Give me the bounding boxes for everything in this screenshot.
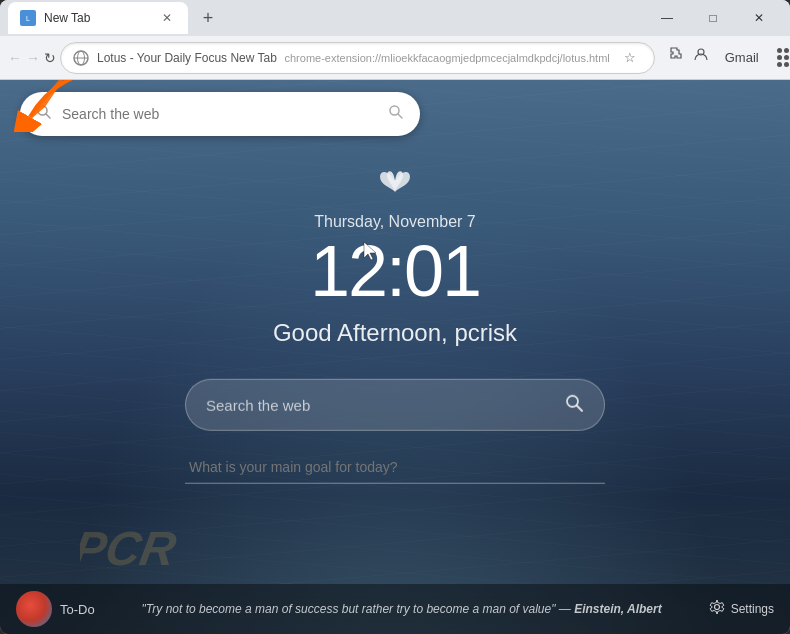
main-search-icon [564,392,584,417]
nav-search-wrapper [20,92,420,136]
browser-frame: L New Tab ✕ + — □ ✕ ← → ↻ Lotus - Your D… [0,0,790,634]
svg-text:PCR: PCR [80,521,180,575]
svg-point-14 [714,605,719,610]
todo-icon [16,591,52,627]
page-header [0,80,790,148]
apps-button[interactable] [771,42,790,74]
main-search-bar[interactable]: Search the web [185,379,605,431]
tab-close-btn[interactable]: ✕ [158,9,176,27]
goal-container [185,451,605,484]
title-bar: L New Tab ✕ + — □ ✕ [0,0,790,36]
date-display: Thursday, November 7 [185,213,605,231]
bottom-bar: To-Do "Try not to become a man of succes… [0,584,790,634]
settings-label: Settings [731,602,774,616]
tab-favicon: L [20,10,36,26]
page-content: Thursday, November 7 12:01 Good Afternoo… [0,80,790,634]
clock-display: 12:01 [185,235,605,307]
apps-grid-icon [777,48,790,67]
address-actions: ☆ [618,46,642,70]
back-button[interactable]: ← [8,42,22,74]
quote-text: "Try not to become a man of success but … [107,601,697,618]
gmail-button[interactable]: Gmail [715,42,769,74]
svg-line-12 [577,405,582,410]
search-submit-icon[interactable] [388,104,404,124]
watermark: PCR [80,515,280,579]
new-tab-button[interactable]: + [192,2,224,34]
profile-icon[interactable] [689,42,713,66]
main-search-label: Search the web [206,396,552,413]
goal-input[interactable] [185,451,605,484]
lotus-icon [185,167,605,205]
svg-line-10 [398,114,402,118]
settings-button[interactable]: Settings [709,599,774,619]
window-controls: — □ ✕ [644,3,782,33]
site-icon [73,50,89,66]
address-bar[interactable]: Lotus - Your Daily Focus New Tab chrome-… [60,42,655,74]
tabs-area: L New Tab ✕ + [8,2,320,34]
minimize-button[interactable]: — [644,3,690,33]
todo-label: To-Do [60,602,95,617]
active-tab[interactable]: L New Tab ✕ [8,2,188,34]
refresh-button[interactable]: ↻ [44,42,56,74]
forward-button[interactable]: → [26,42,40,74]
navigation-bar: ← → ↻ Lotus - Your Daily Focus New Tab c… [0,36,790,80]
extensions-icon[interactable] [663,42,687,66]
todo-button[interactable]: To-Do [16,591,95,627]
close-button[interactable]: ✕ [736,3,782,33]
greeting-text: Good Afternoon, pcrisk [185,319,605,347]
svg-text:L: L [26,15,30,22]
center-content: Thursday, November 7 12:01 Good Afternoo… [185,167,605,484]
orange-arrow-annotation [10,80,110,136]
nav-actions: Gmail ⋮ [663,42,790,74]
bookmark-icon[interactable]: ☆ [618,46,642,70]
address-text: Lotus - Your Daily Focus New Tab chrome-… [97,50,610,65]
gear-icon [709,599,725,619]
tab-title: New Tab [44,11,150,25]
maximize-button[interactable]: □ [690,3,736,33]
